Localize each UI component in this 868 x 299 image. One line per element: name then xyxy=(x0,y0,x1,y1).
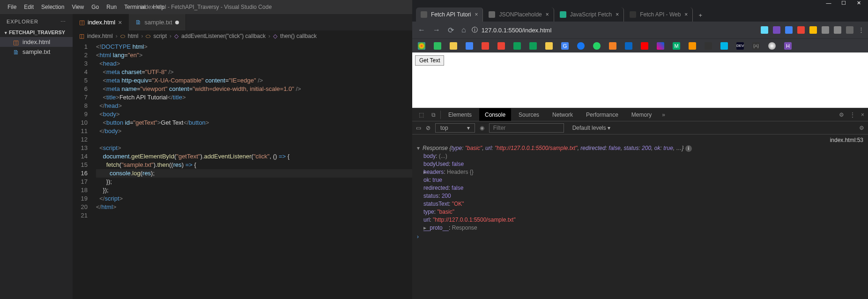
close-icon[interactable]: × xyxy=(475,11,478,18)
gear-icon[interactable]: ⚙ xyxy=(859,125,864,131)
menu-view[interactable]: View xyxy=(68,4,88,10)
reload-icon[interactable]: ⟳ xyxy=(446,24,456,37)
close-icon[interactable]: × xyxy=(861,112,864,118)
google-g-bookmark-icon[interactable]: G xyxy=(561,42,569,50)
ext-icon[interactable] xyxy=(809,26,817,34)
close-icon[interactable]: × xyxy=(118,19,122,26)
new-tab-button[interactable]: + xyxy=(694,8,707,22)
devtools-tab-sources[interactable]: Sources xyxy=(513,108,545,121)
menu-run[interactable]: Run xyxy=(103,4,120,10)
ext-icon[interactable] xyxy=(834,26,841,34)
linkedin-bookmark-icon[interactable] xyxy=(625,42,632,50)
avatar-icon[interactable] xyxy=(846,26,853,34)
evernote-bookmark-icon[interactable] xyxy=(434,42,441,50)
expand-icon[interactable] xyxy=(417,216,423,224)
drive-bookmark-icon[interactable] xyxy=(513,42,521,50)
console-property[interactable]: status: 200 xyxy=(423,192,863,200)
expand-icon[interactable] xyxy=(417,208,423,216)
breadcrumb-item[interactable]: script xyxy=(153,33,167,39)
gmail-bookmark-icon[interactable] xyxy=(497,42,505,50)
react-ext-icon[interactable] xyxy=(761,26,768,34)
dev-bookmark-icon[interactable]: DEV xyxy=(736,42,744,50)
browser-tab-fetch-web[interactable]: Fetch API - Web × xyxy=(625,7,693,22)
expand-icon[interactable] xyxy=(417,184,423,192)
breadcrumb-item[interactable]: addEventListener("click") callback xyxy=(181,33,266,39)
kebab-icon[interactable]: ⋮ xyxy=(850,112,855,118)
expand-icon[interactable] xyxy=(417,176,423,184)
devtools-tab-console[interactable]: Console xyxy=(479,108,511,121)
gmail-bookmark-icon[interactable] xyxy=(482,42,489,50)
console-property[interactable]: bodyUsed: false xyxy=(423,160,863,168)
breadcrumb-item[interactable]: index.html xyxy=(87,33,113,39)
bookmark-icon[interactable] xyxy=(466,42,473,50)
console-property[interactable]: redirected: false xyxy=(423,184,863,192)
console-output[interactable]: index.html:53 ▾ Response {type: "basic",… xyxy=(412,135,868,299)
browser-tab-fetch-tutorial[interactable]: Fetch API Tutori × xyxy=(416,7,483,22)
source-link[interactable]: index.html:53 xyxy=(830,137,863,143)
back-icon[interactable]: ← xyxy=(416,24,427,36)
console-property[interactable]: url: "http://127.0.0.1:5500/sample.txt" xyxy=(423,216,863,224)
bookmark-icon[interactable] xyxy=(768,42,776,50)
menu-icon[interactable]: ⋮ xyxy=(858,26,864,34)
medium-bookmark-icon[interactable]: M xyxy=(673,42,680,50)
menu-go[interactable]: Go xyxy=(88,4,103,10)
google-bookmark-icon[interactable] xyxy=(418,42,425,50)
expand-icon[interactable] xyxy=(417,200,423,208)
stackoverflow-bookmark-icon[interactable] xyxy=(609,42,616,50)
get-text-button[interactable]: Get Text xyxy=(415,55,444,66)
console-property[interactable]: type: "basic" xyxy=(423,208,863,216)
tab-sample-txt[interactable]: 🗎 sample.txt xyxy=(129,14,185,30)
bookmark-icon[interactable] xyxy=(689,42,696,50)
ext-icon[interactable] xyxy=(785,26,793,34)
expand-icon[interactable] xyxy=(417,152,423,160)
sidebar-toggle-icon[interactable]: ▭ xyxy=(416,125,421,131)
youtube-bookmark-icon[interactable] xyxy=(641,42,648,50)
more-tabs-icon[interactable]: » xyxy=(659,112,668,118)
menu-terminal[interactable]: Terminal xyxy=(120,4,149,10)
github-bookmark-icon[interactable] xyxy=(705,42,712,50)
code-editor[interactable]: 123456789101112131415161718192021 <!DOCT… xyxy=(73,42,412,299)
close-icon[interactable]: × xyxy=(546,11,549,18)
collapse-icon[interactable]: ▾ xyxy=(417,144,423,152)
context-selector[interactable]: top ▾ xyxy=(435,123,475,133)
device-icon[interactable]: ⧉ xyxy=(429,112,438,118)
url-input[interactable]: ⓘ 127.0.0.1:5500/index.html xyxy=(472,26,757,34)
devtools-tab-elements[interactable]: Elements xyxy=(443,108,477,121)
menu-edit[interactable]: Edit xyxy=(20,4,37,10)
console-property[interactable]: __proto__: Response xyxy=(423,224,863,232)
file-item-index[interactable]: ◫ index.html xyxy=(0,37,73,47)
console-property[interactable]: body: (...) xyxy=(423,152,863,160)
forward-icon[interactable]: → xyxy=(431,24,442,36)
ext-icon[interactable] xyxy=(797,26,805,34)
heroku-bookmark-icon[interactable]: H xyxy=(784,42,792,50)
expand-icon[interactable]: ▸ xyxy=(417,168,423,176)
console-property[interactable]: headers: Headers {} xyxy=(423,168,863,176)
bookmark-icon[interactable] xyxy=(720,42,728,50)
browser-tab-jsonplaceholder[interactable]: JSONPlaceholde × xyxy=(484,7,554,22)
console-property[interactable]: statusText: "OK" xyxy=(423,200,863,208)
home-icon[interactable]: ⌂ xyxy=(460,24,468,36)
console-property[interactable]: ok: true xyxy=(423,176,863,184)
devtools-tab-performance[interactable]: Performance xyxy=(580,108,624,121)
devtools-tab-network[interactable]: Network xyxy=(547,108,579,121)
breadcrumb-item[interactable]: then() callback xyxy=(280,33,317,39)
menu-selection[interactable]: Selection xyxy=(37,4,68,10)
inspect-icon[interactable]: ⬚ xyxy=(416,112,427,118)
redux-ext-icon[interactable] xyxy=(773,26,780,34)
breadcrumb[interactable]: ◫ index.html › ⬭ html › ⬭ script › ◇ add… xyxy=(73,30,412,42)
devtools-tab-memory[interactable]: Memory xyxy=(626,108,657,121)
close-icon[interactable]: × xyxy=(684,11,688,18)
explorer-more-icon[interactable]: ⋯ xyxy=(60,19,66,25)
menu-help[interactable]: Help xyxy=(149,4,169,10)
eye-icon[interactable]: ◉ xyxy=(480,125,484,131)
bookmark-icon[interactable] xyxy=(545,42,553,50)
keep-bookmark-icon[interactable] xyxy=(450,42,457,50)
expand-icon[interactable]: ▸ xyxy=(417,224,423,232)
console-prompt[interactable]: › xyxy=(412,232,868,242)
drive-bookmark-icon[interactable] xyxy=(529,42,537,50)
clear-console-icon[interactable]: ⊘ xyxy=(426,125,430,131)
whatsapp-bookmark-icon[interactable] xyxy=(593,42,601,50)
log-levels-selector[interactable]: Default levels ▾ xyxy=(569,124,614,132)
minimize-icon[interactable]: — xyxy=(826,0,831,6)
expand-icon[interactable] xyxy=(417,160,423,168)
